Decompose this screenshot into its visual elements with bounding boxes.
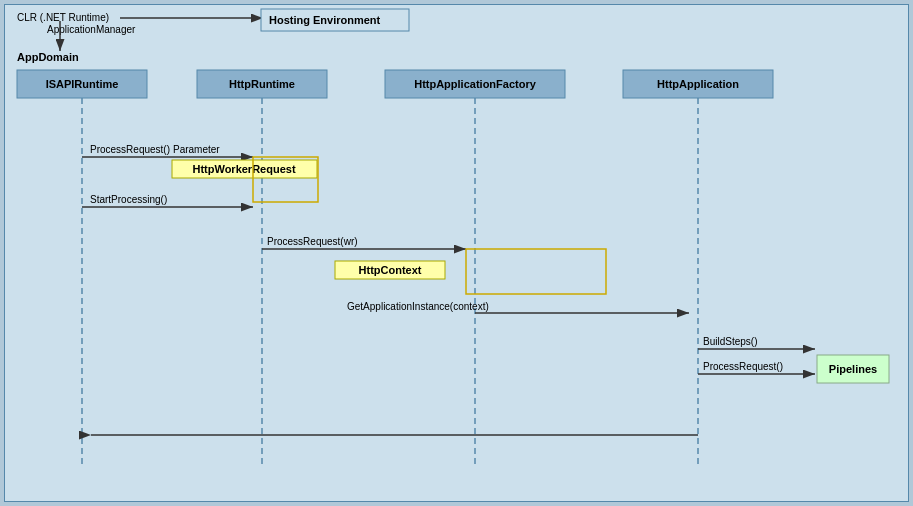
http-worker-request-label: HttpWorkerRequest [192,163,295,175]
lane-factory-label: HttpApplicationFactory [414,78,536,90]
svg-rect-19 [466,249,606,294]
label-process-request-wr: ProcessRequest(wr) [267,236,358,247]
lane-application-label: HttpApplication [657,78,739,90]
svg-rect-5 [385,70,565,98]
svg-rect-18 [335,261,445,279]
sequence-diagram-svg: CLR (.NET Runtime) ApplicationManager Ap… [5,5,910,503]
svg-rect-4 [197,70,327,98]
svg-rect-6 [623,70,773,98]
svg-rect-2 [261,9,409,31]
hosting-env-label: Hosting Environment [269,14,381,26]
svg-rect-3 [17,70,147,98]
http-context-label: HttpContext [359,264,422,276]
diagram-container: CLR (.NET Runtime) ApplicationManager Ap… [4,4,909,502]
clr-label: CLR (.NET Runtime) [17,12,109,23]
label-start-processing: StartProcessing() [90,194,167,205]
appdomain-label: AppDomain [17,51,79,63]
appmgr-label: ApplicationManager [47,24,136,35]
svg-rect-15 [253,157,318,202]
label-build-steps: BuildSteps() [703,336,757,347]
label-parameter: Parameter [173,144,220,155]
svg-rect-23 [817,355,889,383]
svg-rect-14 [172,160,317,178]
label-process-request-pipeline: ProcessRequest() [703,361,783,372]
lane-http-label: HttpRuntime [229,78,295,90]
label-get-application-instance: GetApplicationInstance(context) [347,301,489,312]
lane-isapi-label: ISAPIRuntime [46,78,119,90]
pipelines-label: Pipelines [829,363,877,375]
label-process-request: ProcessRequest() [90,144,170,155]
